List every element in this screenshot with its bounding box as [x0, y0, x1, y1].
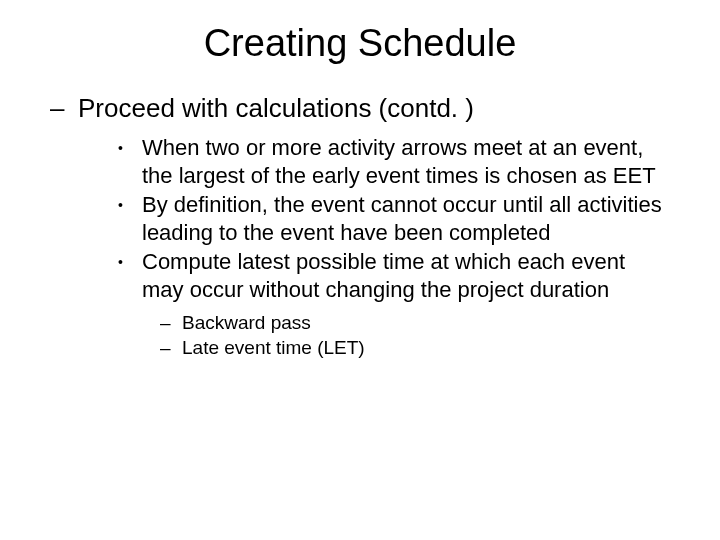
dash-icon: – — [160, 311, 182, 336]
bullet-icon: • — [118, 140, 142, 158]
slide: Creating Schedule – Proceed with calcula… — [0, 0, 720, 540]
dash-icon: – — [50, 93, 78, 124]
slide-title: Creating Schedule — [0, 0, 720, 65]
sub-text: Backward pass — [182, 311, 311, 336]
level3-list: – Backward pass – Late event time (LET) — [50, 305, 670, 360]
bullet-icon: • — [118, 254, 142, 272]
bullet-text: By definition, the event cannot occur un… — [142, 191, 670, 246]
level1-item: – Proceed with calculations (contd. ) — [50, 93, 670, 124]
list-item: • By definition, the event cannot occur … — [118, 191, 670, 246]
list-item: – Late event time (LET) — [160, 336, 670, 361]
list-item: – Backward pass — [160, 311, 670, 336]
dash-icon: – — [160, 336, 182, 361]
slide-content: – Proceed with calculations (contd. ) • … — [0, 65, 720, 360]
level2-list: • When two or more activity arrows meet … — [50, 134, 670, 303]
bullet-icon: • — [118, 197, 142, 215]
list-item: • When two or more activity arrows meet … — [118, 134, 670, 189]
sub-text: Late event time (LET) — [182, 336, 365, 361]
bullet-text: Compute latest possible time at which ea… — [142, 248, 670, 303]
bullet-text: When two or more activity arrows meet at… — [142, 134, 670, 189]
level1-text: Proceed with calculations (contd. ) — [78, 93, 474, 124]
list-item: • Compute latest possible time at which … — [118, 248, 670, 303]
